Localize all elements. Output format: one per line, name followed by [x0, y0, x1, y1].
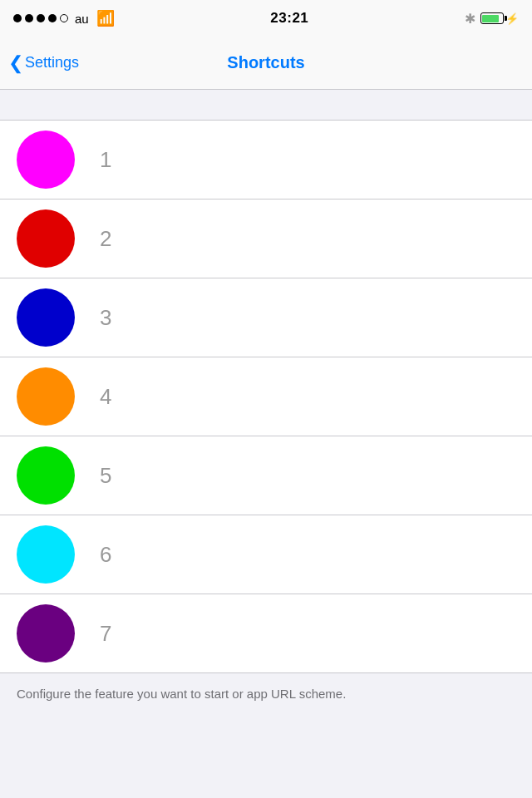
shortcut-number-1: 1 [100, 147, 111, 173]
signal-dot-1 [13, 14, 22, 22]
signal-dots [13, 14, 68, 22]
shortcut-color-3 [17, 288, 75, 347]
footer-description: Configure the feature you want to start … [0, 673, 532, 716]
status-bar: au 📶 23:21 ✱ ⚡ [0, 0, 532, 37]
status-time: 23:21 [270, 10, 308, 27]
status-right: ✱ ⚡ [465, 11, 519, 27]
shortcut-color-2 [17, 209, 75, 268]
shortcut-number-7: 7 [100, 621, 111, 647]
carrier-label: au [75, 12, 89, 26]
shortcut-number-2: 2 [100, 226, 111, 252]
shortcut-color-1 [17, 131, 75, 189]
shortcut-color-7 [17, 604, 75, 663]
shortcut-number-5: 5 [100, 463, 111, 489]
signal-dot-2 [25, 14, 33, 22]
signal-dot-4 [48, 14, 57, 22]
shortcut-number-4: 4 [100, 384, 111, 410]
signal-dot-5 [60, 14, 68, 22]
back-label: Settings [25, 54, 79, 71]
shortcut-item-6[interactable]: 6 [0, 515, 532, 594]
status-left: au 📶 [13, 9, 115, 27]
back-chevron-icon: ❮ [8, 54, 23, 72]
shortcut-color-4 [17, 367, 75, 426]
shortcut-color-5 [17, 446, 75, 505]
shortcut-number-6: 6 [100, 542, 111, 568]
shortcuts-list: 1234567 [0, 120, 532, 673]
wifi-icon: 📶 [96, 9, 115, 27]
shortcut-item-5[interactable]: 5 [0, 436, 532, 515]
shortcut-item-3[interactable]: 3 [0, 278, 532, 357]
battery-icon [480, 12, 504, 24]
page-title: Shortcuts [227, 53, 304, 72]
nav-bar: ❮ Settings Shortcuts [0, 37, 532, 90]
back-button[interactable]: ❮ Settings [8, 54, 79, 72]
bluetooth-icon: ✱ [465, 11, 475, 27]
charging-icon: ⚡ [505, 12, 519, 25]
shortcut-number-3: 3 [100, 305, 111, 331]
shortcut-item-1[interactable]: 1 [0, 121, 532, 200]
shortcut-item-7[interactable]: 7 [0, 594, 532, 672]
battery-container: ⚡ [480, 12, 519, 25]
signal-dot-3 [37, 14, 45, 22]
shortcut-color-6 [17, 525, 75, 584]
battery-fill [482, 15, 499, 22]
shortcut-item-2[interactable]: 2 [0, 200, 532, 278]
section-spacer [0, 90, 532, 120]
shortcut-item-4[interactable]: 4 [0, 357, 532, 436]
